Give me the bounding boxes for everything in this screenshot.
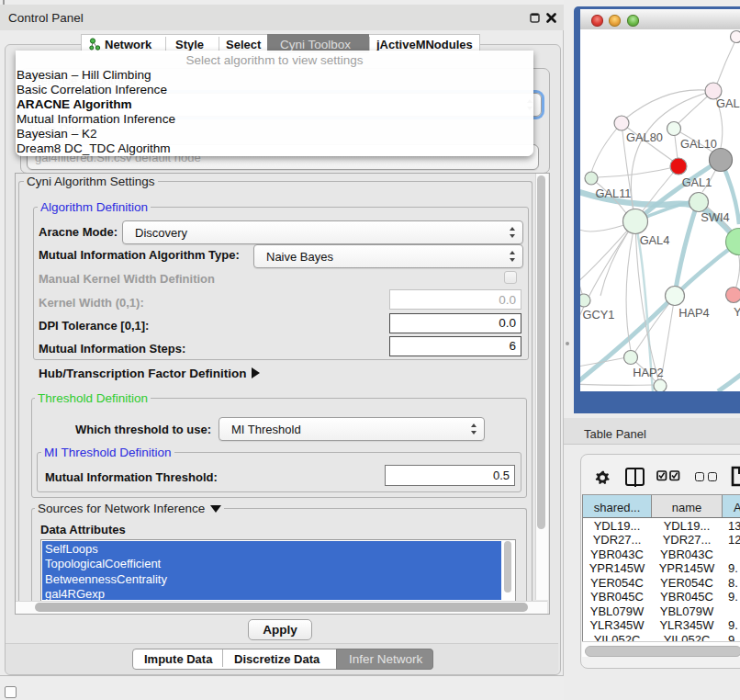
svg-text:GCY1: GCY1 xyxy=(583,308,615,322)
svg-text:GAL1: GAL1 xyxy=(682,175,712,189)
svg-text:GAL4: GAL4 xyxy=(640,233,670,247)
svg-text:GAL10: GAL10 xyxy=(680,137,717,151)
svg-text:HAP4: HAP4 xyxy=(678,306,709,320)
svg-text:HAP2: HAP2 xyxy=(633,366,663,379)
svg-text:GAL80: GAL80 xyxy=(626,130,663,144)
svg-text:YM: YM xyxy=(734,305,740,319)
svg-text:GAL2: GAL2 xyxy=(716,96,740,110)
svg-text:GAL11: GAL11 xyxy=(596,186,632,200)
svg-text:SWI4: SWI4 xyxy=(701,210,729,224)
